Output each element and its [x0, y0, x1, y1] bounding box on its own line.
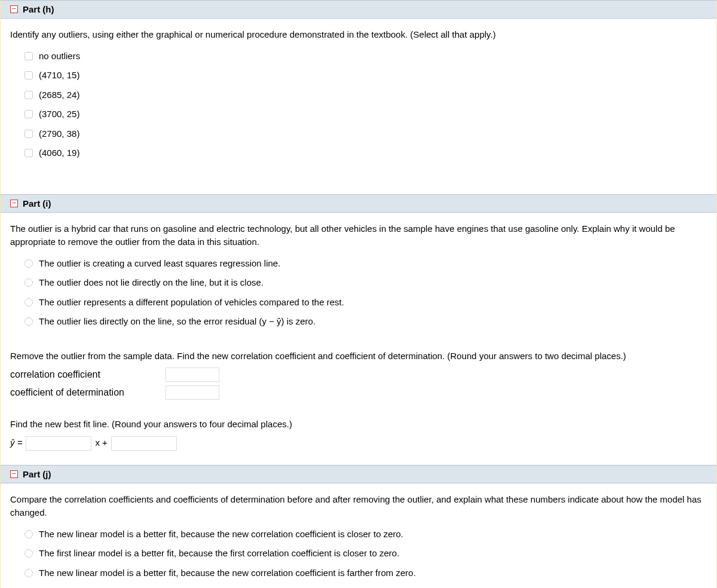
option-label: (3700, 25)	[39, 108, 79, 121]
checkbox-icon[interactable]	[24, 149, 33, 157]
radio-option[interactable]: The outlier does not lie directly on the…	[24, 273, 707, 293]
part-h: − Part (h) Identify any outliers, using …	[1, 0, 716, 194]
checkbox-icon[interactable]	[24, 91, 33, 99]
radio-option[interactable]: The first linear model is a better fit, …	[24, 544, 707, 564]
radio-option[interactable]: The new linear model is a better fit, be…	[24, 525, 707, 544]
checkbox-option[interactable]: (2685, 24)	[24, 85, 707, 105]
checkbox-icon[interactable]	[24, 52, 33, 60]
option-label: (2790, 38)	[39, 127, 79, 141]
xplus-label: x +	[95, 436, 107, 450]
collapse-icon[interactable]: −	[10, 470, 18, 478]
part-h-title: Part (h)	[23, 4, 54, 14]
option-label: (4060, 19)	[39, 146, 79, 160]
checkbox-option[interactable]: (4060, 19)	[24, 143, 707, 163]
part-i-question: The outlier is a hybrid car that runs on…	[10, 222, 707, 249]
determination-label: coefficient of determination	[10, 385, 154, 400]
radio-option[interactable]: The outlier is creating a curved least s…	[24, 254, 707, 274]
option-label: The first linear model is a better fit, …	[39, 586, 412, 588]
option-label: The outlier lies directly on the line, s…	[39, 315, 315, 329]
determination-row: coefficient of determination	[10, 385, 707, 400]
intercept-input[interactable]	[111, 436, 177, 451]
yhat-label: ŷ =	[10, 436, 22, 450]
part-h-header[interactable]: − Part (h)	[1, 0, 716, 19]
part-j-body: Compare the correlation coefficients and…	[1, 483, 716, 589]
option-label: (2685, 24)	[39, 88, 79, 102]
radio-icon[interactable]	[24, 530, 33, 538]
correlation-row: correlation coefficient	[10, 368, 707, 382]
slope-input[interactable]	[26, 436, 91, 451]
part-i-title: Part (i)	[23, 198, 51, 209]
option-label: no outliers	[39, 50, 80, 63]
checkbox-option[interactable]: (3700, 25)	[24, 105, 707, 124]
part-i-header[interactable]: − Part (i)	[1, 194, 716, 213]
checkbox-icon[interactable]	[24, 130, 33, 138]
determination-input[interactable]	[166, 385, 219, 400]
collapse-icon[interactable]: −	[10, 200, 18, 207]
collapse-icon[interactable]: −	[10, 5, 18, 13]
part-j-title: Part (j)	[23, 469, 51, 479]
radio-icon[interactable]	[24, 569, 33, 577]
radio-option[interactable]: The outlier lies directly on the line, s…	[24, 312, 707, 332]
radio-option[interactable]: The outlier represents a different popul…	[24, 293, 707, 313]
part-i-body: The outlier is a hybrid car that runs on…	[1, 213, 716, 465]
correlation-label: correlation coefficient	[10, 368, 154, 382]
radio-icon[interactable]	[24, 298, 33, 307]
bestfit-block: Find the new best fit line. (Round your …	[10, 418, 707, 451]
part-i: − Part (i) The outlier is a hybrid car t…	[1, 194, 716, 465]
checkbox-icon[interactable]	[24, 110, 33, 118]
option-label: The new linear model is a better fit, be…	[39, 528, 403, 541]
option-label: The outlier is creating a curved least s…	[39, 257, 280, 271]
coeff-prompt: Remove the outlier from the sample data.…	[10, 350, 707, 363]
option-label: The new linear model is a better fit, be…	[39, 566, 416, 580]
bestfit-equation: ŷ = x +	[10, 436, 707, 451]
part-j-header[interactable]: − Part (j)	[1, 465, 716, 483]
option-label: The first linear model is a better fit, …	[39, 547, 399, 561]
part-h-body: Identify any outliers, using either the …	[1, 19, 716, 194]
part-i-options: The outlier is creating a curved least s…	[24, 254, 707, 332]
part-h-options: no outliers (4710, 15) (2685, 24) (3700,…	[24, 47, 707, 163]
checkbox-option[interactable]: (2790, 38)	[24, 124, 707, 144]
coefficients-block: Remove the outlier from the sample data.…	[10, 350, 707, 400]
part-h-question: Identify any outliers, using either the …	[10, 28, 707, 42]
checkbox-option[interactable]: no outliers	[24, 47, 707, 66]
part-j: − Part (j) Compare the correlation coeff…	[1, 465, 716, 589]
correlation-input[interactable]	[166, 368, 219, 382]
bestfit-prompt: Find the new best fit line. (Round your …	[10, 418, 707, 431]
option-label: The outlier does not lie directly on the…	[39, 276, 263, 290]
radio-option[interactable]: The new linear model is a better fit, be…	[24, 564, 707, 583]
option-label: (4710, 15)	[39, 69, 79, 82]
part-j-options: The new linear model is a better fit, be…	[24, 525, 707, 589]
radio-icon[interactable]	[24, 278, 33, 287]
radio-icon[interactable]	[24, 259, 33, 268]
radio-icon[interactable]	[24, 549, 33, 558]
checkbox-option[interactable]: (4710, 15)	[24, 66, 707, 85]
radio-option[interactable]: The first linear model is a better fit, …	[24, 583, 707, 588]
checkbox-icon[interactable]	[24, 71, 33, 79]
radio-icon[interactable]	[24, 317, 33, 326]
page-container: − Part (h) Identify any outliers, using …	[0, 0, 717, 588]
part-j-question: Compare the correlation coefficients and…	[10, 493, 707, 520]
option-label: The outlier represents a different popul…	[39, 296, 344, 310]
